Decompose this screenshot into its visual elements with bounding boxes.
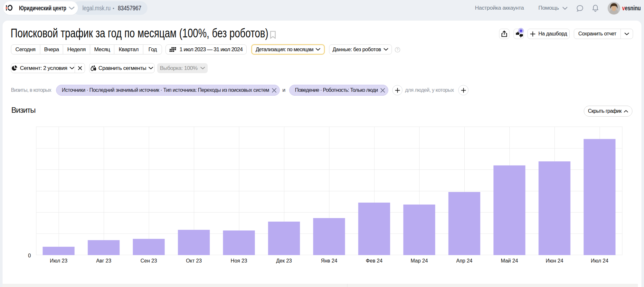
svg-text:?: ? (397, 48, 399, 52)
